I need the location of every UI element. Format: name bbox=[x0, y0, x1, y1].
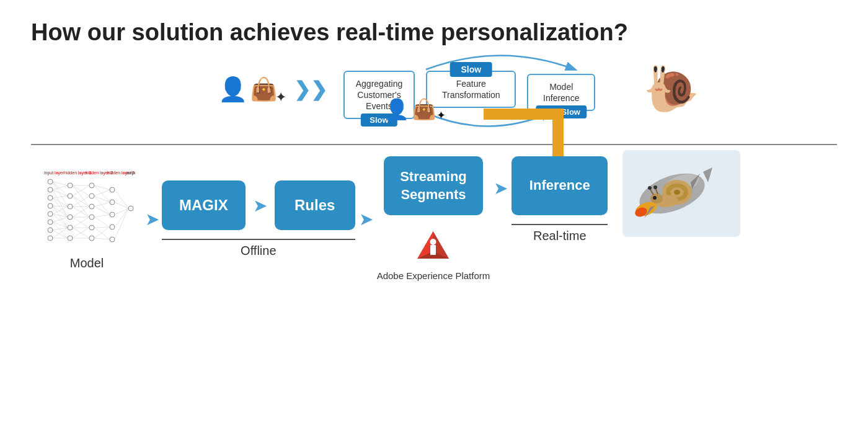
svg-point-8 bbox=[48, 179, 53, 184]
snail-top: 🐌 bbox=[644, 63, 699, 115]
svg-point-31 bbox=[110, 225, 115, 229]
aep-col: Adobe Experience Platform bbox=[377, 226, 490, 282]
model-col: input layer hidden layer 1 hidden layer … bbox=[31, 168, 143, 270]
neural-net-svg: input layer hidden layer 1 hidden layer … bbox=[39, 168, 135, 249]
rules-to-streaming-arrow: ➤ bbox=[359, 209, 373, 229]
svg-line-53 bbox=[53, 230, 68, 238]
offline-group: MAGIX ➤ Rules Offline bbox=[162, 180, 355, 258]
svg-line-90 bbox=[115, 208, 128, 239]
offline-flow: MAGIX ➤ Rules bbox=[162, 180, 355, 230]
svg-point-28 bbox=[110, 187, 115, 192]
bottom-section: 👤 👜 ✦ input layer hidden bbox=[31, 156, 837, 282]
streaming-to-inference-arrow: ➤ bbox=[494, 178, 508, 198]
svg-point-13 bbox=[48, 220, 53, 225]
inference-box: Inference bbox=[512, 156, 608, 215]
svg-point-22 bbox=[89, 183, 94, 188]
model-to-flow-arrow: ➤ bbox=[145, 209, 159, 229]
svg-point-14 bbox=[48, 228, 53, 233]
svg-line-48 bbox=[53, 214, 68, 228]
svg-line-37 bbox=[53, 185, 68, 190]
rules-box: Rules bbox=[275, 180, 355, 230]
step2-badge-top: Slow bbox=[450, 62, 492, 77]
svg-line-34 bbox=[53, 182, 68, 185]
svg-line-88 bbox=[115, 208, 128, 215]
magix-label: MAGIX bbox=[179, 197, 228, 214]
svg-rect-95 bbox=[430, 245, 436, 255]
section-divider bbox=[31, 144, 837, 145]
user-bag-group-top: 👤 👜 ✦ bbox=[218, 76, 278, 103]
rocket-snail-svg bbox=[622, 150, 740, 237]
svg-point-17 bbox=[68, 194, 73, 198]
svg-point-112 bbox=[653, 185, 657, 189]
bag-icon-top: 👜 bbox=[250, 76, 278, 102]
svg-line-50 bbox=[53, 222, 68, 228]
bottom-main: input layer hidden layer 1 hidden layer … bbox=[31, 156, 837, 282]
svg-line-77 bbox=[94, 196, 110, 215]
svg-line-78 bbox=[94, 202, 110, 207]
cursor-icon-top: ✦ bbox=[275, 89, 286, 105]
realtime-label-wrapper: Real-time bbox=[512, 224, 608, 243]
curve-top-svg bbox=[407, 38, 593, 73]
user-icon-top: 👤 bbox=[218, 76, 247, 103]
svg-point-23 bbox=[89, 194, 94, 198]
svg-line-86 bbox=[115, 190, 128, 208]
rules-label: Rules bbox=[294, 197, 335, 214]
svg-line-74 bbox=[94, 185, 110, 202]
svg-point-11 bbox=[48, 203, 53, 208]
svg-line-49 bbox=[53, 217, 68, 222]
svg-line-87 bbox=[115, 202, 128, 208]
svg-line-54 bbox=[53, 228, 68, 238]
double-arrow-top: ❯❯ bbox=[294, 78, 327, 101]
step2-label: FeatureTransformation bbox=[438, 78, 503, 100]
aep-logo bbox=[413, 226, 453, 267]
svg-line-41 bbox=[53, 198, 68, 207]
rocket-snail bbox=[622, 150, 740, 239]
svg-text:output l: output l bbox=[126, 171, 135, 176]
svg-point-108 bbox=[650, 194, 663, 203]
svg-line-82 bbox=[94, 227, 110, 228]
svg-line-84 bbox=[94, 227, 110, 238]
aep-label: Adobe Experience Platform bbox=[377, 269, 490, 282]
svg-line-58 bbox=[73, 185, 89, 207]
svg-line-83 bbox=[94, 228, 110, 239]
svg-point-30 bbox=[110, 212, 115, 217]
svg-point-26 bbox=[89, 225, 94, 230]
model-label: Model bbox=[70, 256, 104, 270]
svg-line-52 bbox=[53, 228, 68, 230]
svg-point-16 bbox=[68, 183, 73, 188]
cursor-icon-bottom: ✦ bbox=[436, 109, 446, 122]
svg-point-24 bbox=[89, 204, 94, 209]
streaming-box: Streaming Segments bbox=[384, 156, 483, 215]
svg-point-18 bbox=[68, 204, 73, 209]
streaming-aep-col: Streaming Segments Adobe Experience Plat… bbox=[377, 156, 490, 282]
svg-line-43 bbox=[53, 206, 68, 207]
svg-point-19 bbox=[68, 215, 73, 220]
svg-point-113 bbox=[653, 196, 657, 200]
svg-point-110 bbox=[648, 186, 652, 190]
svg-line-80 bbox=[94, 215, 110, 217]
svg-point-15 bbox=[48, 236, 53, 241]
streaming-label: Streaming Segments bbox=[400, 168, 467, 203]
svg-point-12 bbox=[48, 211, 53, 216]
svg-point-20 bbox=[68, 225, 73, 230]
svg-point-33 bbox=[128, 206, 133, 211]
svg-point-32 bbox=[110, 237, 115, 242]
inference-label: Inference bbox=[529, 177, 590, 195]
svg-line-40 bbox=[53, 196, 68, 198]
svg-point-9 bbox=[48, 187, 53, 192]
svg-point-96 bbox=[430, 239, 436, 245]
svg-point-10 bbox=[48, 195, 53, 200]
svg-point-25 bbox=[89, 215, 94, 220]
svg-line-81 bbox=[94, 217, 110, 227]
magix-box: MAGIX bbox=[162, 180, 246, 230]
svg-line-85 bbox=[94, 238, 110, 239]
realtime-group: Inference Real-time bbox=[512, 156, 608, 243]
svg-point-106 bbox=[674, 190, 680, 195]
step3-label: ModelInference bbox=[539, 81, 583, 104]
bag-icon-bottom: 👜 bbox=[412, 97, 436, 121]
svg-line-38 bbox=[53, 190, 68, 196]
offline-label: Offline bbox=[162, 239, 355, 258]
slide: How our solution achieves real-time pers… bbox=[0, 0, 868, 436]
svg-point-27 bbox=[89, 236, 94, 241]
svg-line-75 bbox=[94, 190, 110, 196]
